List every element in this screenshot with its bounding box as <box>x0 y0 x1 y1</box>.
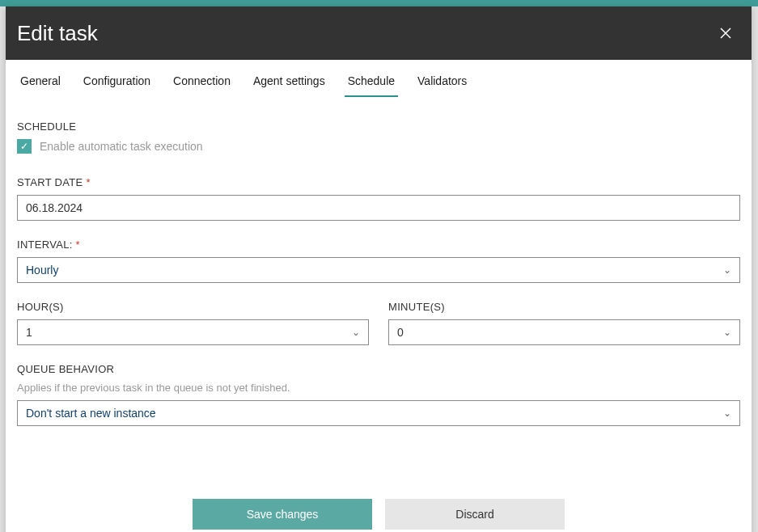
tab-bar: General Configuration Connection Agent s… <box>6 65 752 98</box>
tab-agent-settings[interactable]: Agent settings <box>250 65 328 97</box>
interval-field: INTERVAL: * Hourly ⌄ <box>17 239 740 283</box>
start-date-input[interactable] <box>17 195 740 221</box>
start-date-label-text: START DATE <box>17 176 83 188</box>
hours-field: HOUR(S) 1 ⌄ <box>17 301 369 345</box>
interval-value: Hourly <box>26 264 58 277</box>
edit-task-modal: Edit task General Configuration Connecti… <box>6 6 752 532</box>
required-mark-icon: * <box>86 176 90 188</box>
required-mark-icon: * <box>76 239 80 251</box>
queue-select[interactable]: Don't start a new instance ⌄ <box>17 400 740 426</box>
interval-label: INTERVAL: * <box>17 239 740 251</box>
modal-title: Edit task <box>17 21 98 46</box>
hours-label: HOUR(S) <box>17 301 369 313</box>
tab-validators[interactable]: Validators <box>414 65 470 97</box>
minutes-select[interactable]: 0 ⌄ <box>388 319 740 345</box>
queue-label: QUEUE BEHAVIOR <box>17 363 740 375</box>
tab-schedule[interactable]: Schedule <box>345 65 398 97</box>
chevron-down-icon: ⌄ <box>352 327 360 338</box>
start-date-field: START DATE * <box>17 176 740 221</box>
schedule-section-label: SCHEDULE <box>17 120 740 133</box>
tab-connection[interactable]: Connection <box>170 65 234 97</box>
minutes-value: 0 <box>397 326 404 339</box>
minutes-label: MINUTE(S) <box>388 301 740 313</box>
tab-general[interactable]: General <box>17 65 64 97</box>
chevron-down-icon: ⌄ <box>723 407 731 419</box>
enable-execution-row: ✓ Enable automatic task execution <box>17 139 740 154</box>
queue-value: Don't start a new instance <box>26 407 156 420</box>
enable-execution-checkbox[interactable]: ✓ <box>17 139 32 154</box>
discard-button[interactable]: Discard <box>385 499 565 530</box>
hours-value: 1 <box>26 326 32 339</box>
interval-select[interactable]: Hourly ⌄ <box>17 257 740 283</box>
tab-configuration[interactable]: Configuration <box>80 65 154 97</box>
chevron-down-icon: ⌄ <box>723 327 731 338</box>
hours-minutes-row: HOUR(S) 1 ⌄ MINUTE(S) 0 ⌄ <box>17 301 740 363</box>
start-date-label: START DATE * <box>17 176 740 188</box>
enable-execution-label: Enable automatic task execution <box>40 140 203 153</box>
close-icon[interactable] <box>714 22 737 44</box>
minutes-field: MINUTE(S) 0 ⌄ <box>388 301 740 345</box>
modal-header: Edit task <box>6 6 752 60</box>
chevron-down-icon: ⌄ <box>723 264 731 276</box>
tab-content: SCHEDULE ✓ Enable automatic task executi… <box>6 98 752 460</box>
hours-select[interactable]: 1 ⌄ <box>17 319 369 345</box>
action-bar: Save changes Discard <box>6 460 752 532</box>
app-top-strip <box>0 0 758 6</box>
queue-behavior-field: QUEUE BEHAVIOR Applies if the previous t… <box>17 363 740 426</box>
interval-label-text: INTERVAL: <box>17 239 73 251</box>
queue-hint: Applies if the previous task in the queu… <box>17 382 740 394</box>
save-button[interactable]: Save changes <box>193 499 372 530</box>
